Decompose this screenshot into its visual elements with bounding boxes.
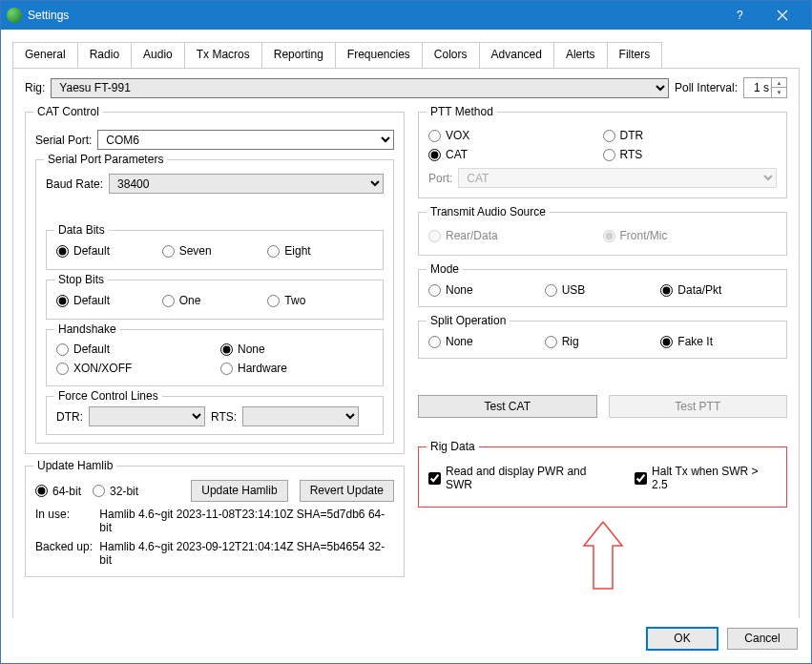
stop-bits-group: Stop Bits Default One Two: [46, 280, 384, 320]
ptt-vox[interactable]: VOX: [428, 126, 603, 145]
force-control-lines-group: Force Control Lines DTR: RTS:: [46, 396, 384, 435]
serial-port-row: Serial Port: COM6: [35, 130, 394, 150]
right-column: PTT Method VOX DTR CAT RTS Port: CAT: [418, 106, 787, 593]
split-fake-it[interactable]: Fake It: [660, 335, 777, 348]
handshake-group: Handshake Default None XON/XOFF Hardware: [46, 329, 384, 386]
poll-interval-spinner[interactable]: ▲ ▼: [743, 77, 787, 98]
tab-alerts[interactable]: Alerts: [553, 42, 608, 68]
rig-data-legend: Rig Data: [427, 440, 479, 453]
spinner-up-icon[interactable]: ▲: [771, 78, 786, 88]
tab-tx-macros[interactable]: Tx Macros: [184, 42, 262, 68]
data-bits-default[interactable]: Default: [56, 240, 162, 261]
mode-none[interactable]: None: [428, 283, 545, 297]
in-use-row: In use: Hamlib 4.6~git 2023-11-08T23:14:…: [35, 508, 394, 534]
serial-port-label: Serial Port:: [35, 134, 92, 147]
poll-interval-value[interactable]: [744, 81, 771, 94]
help-button[interactable]: ?: [718, 1, 760, 30]
ptt-dtr[interactable]: DTR: [603, 126, 778, 145]
update-hamlib-group: Update Hamlib 64-bit 32-bit Update Hamli…: [25, 466, 405, 577]
handshake-hardware[interactable]: Hardware: [220, 359, 385, 378]
serial-port-select[interactable]: COM6: [97, 130, 394, 150]
tab-filters[interactable]: Filters: [607, 42, 663, 68]
cancel-button[interactable]: Cancel: [727, 628, 798, 650]
split-rig[interactable]: Rig: [545, 335, 661, 348]
update-hamlib-button[interactable]: Update Hamlib: [191, 480, 287, 502]
columns: CAT Control Serial Port: COM6 Serial Por…: [25, 106, 787, 593]
rts-select[interactable]: [242, 406, 359, 426]
data-bits-eight[interactable]: Eight: [267, 240, 373, 261]
backed-up-value: Hamlib 4.6~git 2023-09-12T21:04:14Z SHA=…: [99, 540, 394, 567]
baud-select[interactable]: 38400: [109, 174, 384, 194]
stop-bits-legend: Stop Bits: [54, 273, 108, 286]
rig-data-group: Rig Data Read and display PWR and SWR Ha…: [418, 446, 787, 508]
test-ptt-button: Test PTT: [609, 395, 788, 418]
tas-front: Front/Mic: [603, 226, 778, 245]
hamlib-legend: Update Hamlib: [33, 459, 116, 472]
arch-32bit[interactable]: 32-bit: [93, 485, 138, 498]
spinner-down-icon[interactable]: ▼: [771, 88, 786, 97]
cat-control-legend: CAT Control: [33, 105, 103, 118]
mode-usb[interactable]: USB: [545, 283, 661, 297]
handshake-xonxoff[interactable]: XON/XOFF: [56, 359, 220, 378]
ptt-rts[interactable]: RTS: [603, 145, 778, 164]
tab-colors[interactable]: Colors: [422, 42, 480, 68]
tab-radio[interactable]: Radio: [77, 42, 132, 68]
spp-legend: Serial Port Parameters: [44, 153, 167, 166]
rts-label: RTS:: [211, 410, 237, 424]
window-title: Settings: [28, 9, 718, 22]
test-cat-button[interactable]: Test CAT: [418, 395, 597, 418]
data-bits-group: Data Bits Default Seven Eight: [46, 230, 384, 270]
spinner-buttons[interactable]: ▲ ▼: [771, 78, 786, 97]
tab-bar: General Radio Audio Tx Macros Reporting …: [12, 42, 800, 69]
tas-legend: Transmit Audio Source: [427, 205, 550, 218]
stop-bits-default[interactable]: Default: [56, 290, 162, 311]
ptt-legend: PTT Method: [427, 105, 497, 118]
split-none[interactable]: None: [428, 335, 545, 348]
data-bits-legend: Data Bits: [54, 223, 109, 237]
ptt-method-group: PTT Method VOX DTR CAT RTS Port: CAT: [418, 112, 787, 198]
split-legend: Split Operation: [427, 314, 510, 327]
app-icon: [7, 8, 22, 23]
fcl-legend: Force Control Lines: [54, 389, 162, 403]
stop-bits-one[interactable]: One: [162, 290, 268, 311]
cat-control-group: CAT Control Serial Port: COM6 Serial Por…: [25, 112, 405, 454]
rig-select[interactable]: Yaesu FT-991: [51, 78, 669, 98]
tab-advanced[interactable]: Advanced: [479, 42, 554, 68]
revert-update-button[interactable]: Revert Update: [300, 480, 394, 502]
handshake-default[interactable]: Default: [56, 340, 220, 359]
dtr-label: DTR:: [56, 410, 83, 424]
baud-label: Baud Rate:: [46, 177, 103, 191]
content-area: General Radio Audio Tx Macros Reporting …: [1, 30, 811, 618]
mode-data-pkt[interactable]: Data/Pkt: [660, 283, 777, 297]
ptt-port-label: Port:: [428, 172, 452, 185]
tab-general[interactable]: General: [12, 42, 78, 68]
help-icon: ?: [734, 10, 745, 21]
read-pwr-swr-checkbox[interactable]: Read and display PWR and SWR: [428, 465, 615, 491]
halt-tx-swr-checkbox[interactable]: Halt Tx when SWR > 2.5: [635, 465, 777, 491]
ok-button[interactable]: OK: [647, 628, 718, 650]
ptt-port-row: Port: CAT: [428, 168, 777, 188]
arch-64bit[interactable]: 64-bit: [35, 485, 81, 498]
svg-text:?: ?: [737, 10, 743, 21]
close-button[interactable]: [760, 1, 803, 30]
data-bits-seven[interactable]: Seven: [162, 240, 268, 261]
tab-audio[interactable]: Audio: [131, 42, 185, 68]
handshake-none[interactable]: None: [220, 340, 385, 359]
mode-legend: Mode: [427, 262, 463, 276]
dtr-select[interactable]: [89, 406, 205, 426]
stop-bits-two[interactable]: Two: [267, 290, 373, 311]
test-buttons-row: Test CAT Test PTT: [418, 395, 787, 418]
tab-frequencies[interactable]: Frequencies: [335, 42, 423, 68]
ptt-port-select: CAT: [458, 168, 777, 188]
in-use-value: Hamlib 4.6~git 2023-11-08T23:14:10Z SHA=…: [99, 508, 394, 534]
dialog-footer: OK Cancel: [1, 618, 811, 663]
transmit-audio-source-group: Transmit Audio Source Rear/Data Front/Mi…: [418, 212, 787, 256]
tab-reporting[interactable]: Reporting: [261, 42, 336, 68]
backed-up-row: Backed up: Hamlib 4.6~git 2023-09-12T21:…: [35, 540, 394, 567]
handshake-legend: Handshake: [54, 322, 120, 336]
rig-row: Rig: Yaesu FT-991 Poll Interval: ▲ ▼: [25, 77, 787, 98]
serial-port-params-group: Serial Port Parameters Baud Rate: 38400 …: [35, 159, 394, 444]
ptt-cat[interactable]: CAT: [428, 145, 603, 164]
annotation-arrow-icon: [574, 517, 632, 593]
tas-rear: Rear/Data: [428, 226, 603, 245]
